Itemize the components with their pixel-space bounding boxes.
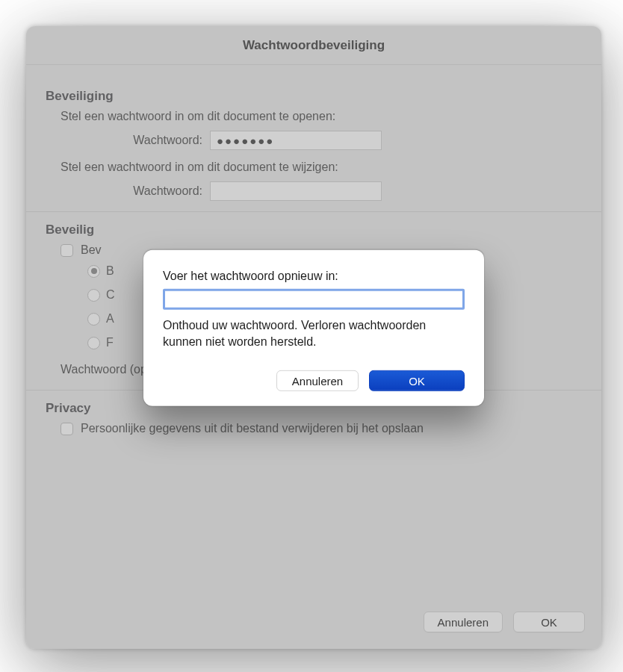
sheet-button-row: Annuleren OK [163, 370, 465, 391]
password-security-window: Wachtwoordbeveiliging Beveiliging Stel e… [26, 26, 601, 649]
sheet-prompt: Voer het wachtwoord opnieuw in: [163, 270, 465, 283]
confirm-password-input[interactable] [163, 289, 465, 310]
confirm-password-sheet: Voer het wachtwoord opnieuw in: Onthoud … [143, 250, 484, 406]
sheet-ok-button[interactable]: OK [369, 370, 465, 391]
sheet-cancel-button[interactable]: Annuleren [276, 370, 359, 391]
sheet-note: Onthoud uw wachtwoord. Verloren wachtwoo… [163, 317, 465, 349]
